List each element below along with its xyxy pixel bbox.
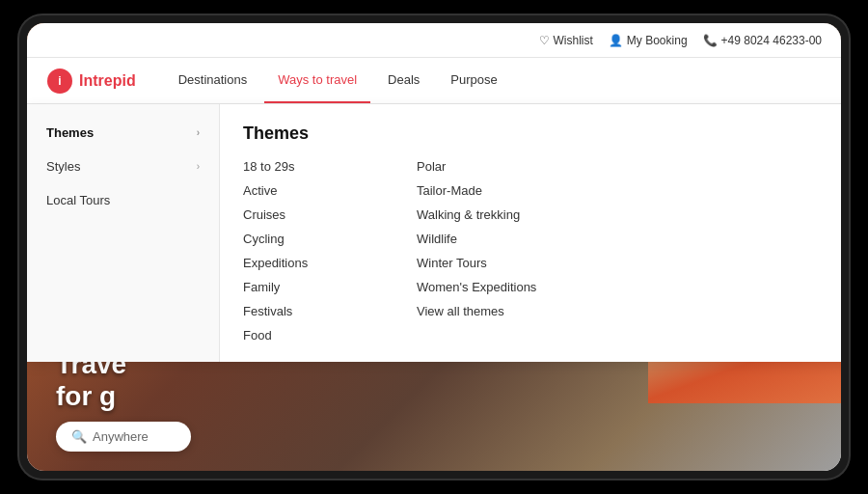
menu-polar[interactable]: Polar bbox=[417, 159, 552, 174]
menu-family[interactable]: Family bbox=[243, 280, 378, 294]
search-icon: 🔍 bbox=[71, 429, 87, 444]
wishlist-link[interactable]: ♡ Wishlist bbox=[539, 34, 593, 47]
phone-icon: 📞 bbox=[703, 34, 718, 47]
heart-icon: ♡ bbox=[539, 34, 550, 47]
nav-bar: i Intrepid Destinations Ways to travel D… bbox=[27, 58, 841, 104]
menu-walking-trekking[interactable]: Walking & trekking bbox=[417, 207, 552, 222]
nav-ways-to-travel[interactable]: Ways to travel bbox=[264, 58, 370, 103]
menu-expeditions[interactable]: Expeditions bbox=[243, 256, 378, 270]
wishlist-label: Wishlist bbox=[554, 34, 593, 47]
logo-icon: i bbox=[46, 68, 73, 95]
phone-number: +49 8024 46233-00 bbox=[721, 34, 822, 47]
chevron-right-icon: › bbox=[197, 127, 200, 138]
phone-link[interactable]: 📞 +49 8024 46233-00 bbox=[703, 34, 822, 47]
top-bar: ♡ Wishlist 👤 My Booking 📞 +49 8024 46233… bbox=[27, 23, 841, 58]
menu-food[interactable]: Food bbox=[243, 328, 378, 343]
tablet-screen: ♡ Wishlist 👤 My Booking 📞 +49 8024 46233… bbox=[27, 23, 841, 471]
logo[interactable]: i Intrepid bbox=[46, 68, 136, 95]
menu-cycling[interactable]: Cycling bbox=[243, 232, 378, 246]
menu-cruises[interactable]: Cruises bbox=[243, 207, 378, 222]
menu-womens-expeditions[interactable]: Women's Expeditions bbox=[417, 280, 552, 294]
top-bar-right: ♡ Wishlist 👤 My Booking 📞 +49 8024 46233… bbox=[539, 34, 822, 47]
nav-items: Destinations Ways to travel Deals Purpos… bbox=[165, 58, 511, 103]
tablet-frame: ♡ Wishlist 👤 My Booking 📞 +49 8024 46233… bbox=[19, 15, 849, 479]
menu-col-2: Polar Tailor-Made Walking & trekking Wil… bbox=[417, 159, 552, 343]
menu-col-1: 18 to 29s Active Cruises Cycling Expedit… bbox=[243, 159, 378, 343]
sidebar-themes[interactable]: Themes › bbox=[27, 116, 219, 150]
logo-text: Intrepid bbox=[79, 72, 136, 90]
booking-label: My Booking bbox=[627, 34, 688, 47]
menu-18-to-29s[interactable]: 18 to 29s bbox=[243, 159, 378, 174]
menu-wildlife[interactable]: Wildlife bbox=[417, 232, 552, 246]
dropdown-content: Themes 18 to 29s Active Cruises Cycling … bbox=[220, 104, 841, 362]
search-placeholder: Anywhere bbox=[93, 429, 149, 444]
person-icon: 👤 bbox=[609, 34, 623, 47]
menu-tailor-made[interactable]: Tailor-Made bbox=[417, 183, 552, 198]
svg-text:i: i bbox=[58, 74, 61, 88]
sidebar-local-tours[interactable]: Local Tours bbox=[27, 183, 219, 217]
menu-winter-tours[interactable]: Winter Tours bbox=[417, 256, 552, 270]
search-bar[interactable]: 🔍 Anywhere bbox=[56, 422, 191, 452]
menu-columns: 18 to 29s Active Cruises Cycling Expedit… bbox=[243, 159, 833, 343]
booking-link[interactable]: 👤 My Booking bbox=[609, 34, 688, 47]
sidebar-styles[interactable]: Styles › bbox=[27, 150, 219, 183]
nav-deals[interactable]: Deals bbox=[374, 58, 433, 103]
menu-festivals[interactable]: Festivals bbox=[243, 304, 378, 318]
dropdown-title: Themes bbox=[243, 124, 833, 144]
menu-view-all-themes[interactable]: View all themes bbox=[417, 304, 552, 318]
dropdown-menu: Themes › Styles › Local Tours Themes 18 … bbox=[27, 104, 841, 362]
dropdown-sidebar: Themes › Styles › Local Tours bbox=[27, 104, 220, 362]
chevron-right-icon: › bbox=[197, 161, 200, 172]
menu-active[interactable]: Active bbox=[243, 183, 378, 198]
nav-purpose[interactable]: Purpose bbox=[437, 58, 510, 103]
nav-destinations[interactable]: Destinations bbox=[165, 58, 261, 103]
